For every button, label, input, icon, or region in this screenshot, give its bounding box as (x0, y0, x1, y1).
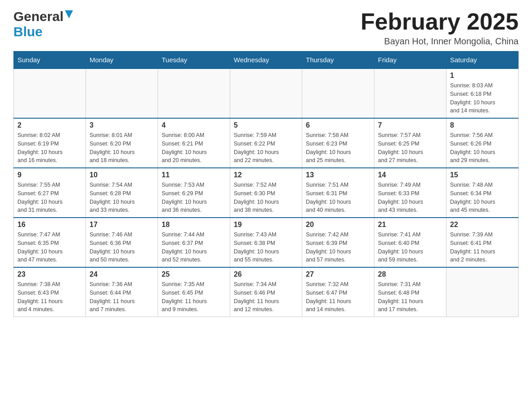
day-number: 24 (90, 270, 154, 278)
col-wednesday: Wednesday (230, 51, 302, 69)
day-number: 9 (17, 171, 82, 179)
day-info: Sunrise: 8:01 AM Sunset: 6:20 PM Dayligh… (90, 131, 154, 165)
day-info: Sunrise: 7:38 AM Sunset: 6:43 PM Dayligh… (17, 280, 82, 314)
calendar-day: 20Sunrise: 7:42 AM Sunset: 6:39 PM Dayli… (302, 218, 374, 267)
day-info: Sunrise: 7:57 AM Sunset: 6:25 PM Dayligh… (378, 131, 442, 165)
day-info: Sunrise: 7:31 AM Sunset: 6:48 PM Dayligh… (378, 280, 442, 314)
day-number: 14 (378, 171, 442, 179)
calendar-day: 3Sunrise: 8:01 AM Sunset: 6:20 PM Daylig… (86, 118, 158, 168)
day-number: 2 (17, 121, 82, 129)
day-number: 28 (378, 270, 442, 278)
col-friday: Friday (374, 51, 446, 69)
calendar-day: 13Sunrise: 7:51 AM Sunset: 6:31 PM Dayli… (302, 168, 374, 218)
day-number: 5 (234, 121, 298, 129)
day-number: 11 (162, 171, 226, 179)
calendar-day (14, 68, 86, 118)
day-number: 21 (378, 221, 442, 229)
day-number: 15 (450, 171, 515, 179)
calendar-table: Sunday Monday Tuesday Wednesday Thursday… (13, 51, 519, 317)
day-info: Sunrise: 7:39 AM Sunset: 6:41 PM Dayligh… (450, 231, 515, 264)
day-info: Sunrise: 7:42 AM Sunset: 6:39 PM Dayligh… (306, 231, 370, 264)
day-info: Sunrise: 7:36 AM Sunset: 6:44 PM Dayligh… (90, 280, 154, 314)
calendar-day: 4Sunrise: 8:00 AM Sunset: 6:21 PM Daylig… (158, 118, 230, 168)
day-number: 22 (450, 221, 515, 229)
calendar-day: 21Sunrise: 7:41 AM Sunset: 6:40 PM Dayli… (374, 218, 446, 267)
day-number: 23 (17, 270, 82, 278)
day-number: 7 (378, 121, 442, 129)
day-info: Sunrise: 7:55 AM Sunset: 6:27 PM Dayligh… (17, 181, 82, 214)
logo-arrow-icon (65, 10, 73, 20)
calendar-week-4: 16Sunrise: 7:47 AM Sunset: 6:35 PM Dayli… (14, 218, 519, 267)
day-number: 10 (90, 171, 154, 179)
day-info: Sunrise: 7:58 AM Sunset: 6:23 PM Dayligh… (306, 131, 370, 165)
calendar-day (374, 68, 446, 118)
logo-blue-text: Blue (13, 24, 43, 39)
calendar-day: 7Sunrise: 7:57 AM Sunset: 6:25 PM Daylig… (374, 118, 446, 168)
calendar-week-5: 23Sunrise: 7:38 AM Sunset: 6:43 PM Dayli… (14, 267, 519, 317)
logo: General Blue (13, 9, 73, 39)
calendar-day: 12Sunrise: 7:52 AM Sunset: 6:30 PM Dayli… (230, 168, 302, 218)
calendar-day: 23Sunrise: 7:38 AM Sunset: 6:43 PM Dayli… (14, 267, 86, 317)
svg-marker-0 (65, 10, 73, 18)
logo-general-text: General (13, 9, 64, 24)
month-title: February 2025 (360, 9, 519, 34)
day-number: 1 (450, 72, 515, 80)
calendar-day: 19Sunrise: 7:43 AM Sunset: 6:38 PM Dayli… (230, 218, 302, 267)
calendar-day (302, 68, 374, 118)
day-number: 20 (306, 221, 370, 229)
calendar-week-1: 1Sunrise: 8:03 AM Sunset: 6:18 PM Daylig… (14, 68, 519, 118)
col-saturday: Saturday (446, 51, 519, 69)
calendar-day: 26Sunrise: 7:34 AM Sunset: 6:46 PM Dayli… (230, 267, 302, 317)
day-info: Sunrise: 8:00 AM Sunset: 6:21 PM Dayligh… (162, 131, 226, 165)
day-info: Sunrise: 8:03 AM Sunset: 6:18 PM Dayligh… (450, 81, 515, 115)
day-number: 27 (306, 270, 370, 278)
day-info: Sunrise: 7:41 AM Sunset: 6:40 PM Dayligh… (378, 231, 442, 264)
day-info: Sunrise: 7:46 AM Sunset: 6:36 PM Dayligh… (90, 231, 154, 264)
col-sunday: Sunday (14, 51, 86, 69)
day-number: 17 (90, 221, 154, 229)
day-info: Sunrise: 7:34 AM Sunset: 6:46 PM Dayligh… (234, 280, 298, 314)
day-number: 19 (234, 221, 298, 229)
calendar-day: 14Sunrise: 7:49 AM Sunset: 6:33 PM Dayli… (374, 168, 446, 218)
day-info: Sunrise: 7:59 AM Sunset: 6:22 PM Dayligh… (234, 131, 298, 165)
calendar-day: 25Sunrise: 7:35 AM Sunset: 6:45 PM Dayli… (158, 267, 230, 317)
day-info: Sunrise: 7:49 AM Sunset: 6:33 PM Dayligh… (378, 181, 442, 214)
day-info: Sunrise: 7:43 AM Sunset: 6:38 PM Dayligh… (234, 231, 298, 264)
day-info: Sunrise: 7:48 AM Sunset: 6:34 PM Dayligh… (450, 181, 515, 214)
col-thursday: Thursday (302, 51, 374, 69)
calendar-day: 1Sunrise: 8:03 AM Sunset: 6:18 PM Daylig… (446, 68, 519, 118)
calendar-day: 24Sunrise: 7:36 AM Sunset: 6:44 PM Dayli… (86, 267, 158, 317)
calendar-day: 16Sunrise: 7:47 AM Sunset: 6:35 PM Dayli… (14, 218, 86, 267)
day-number: 8 (450, 121, 515, 129)
calendar-day: 27Sunrise: 7:32 AM Sunset: 6:47 PM Dayli… (302, 267, 374, 317)
calendar-day: 2Sunrise: 8:02 AM Sunset: 6:19 PM Daylig… (14, 118, 86, 168)
day-info: Sunrise: 7:44 AM Sunset: 6:37 PM Dayligh… (162, 231, 226, 264)
calendar-day: 17Sunrise: 7:46 AM Sunset: 6:36 PM Dayli… (86, 218, 158, 267)
calendar-week-2: 2Sunrise: 8:02 AM Sunset: 6:19 PM Daylig… (14, 118, 519, 168)
calendar-day: 28Sunrise: 7:31 AM Sunset: 6:48 PM Dayli… (374, 267, 446, 317)
calendar-day: 6Sunrise: 7:58 AM Sunset: 6:23 PM Daylig… (302, 118, 374, 168)
calendar-day: 5Sunrise: 7:59 AM Sunset: 6:22 PM Daylig… (230, 118, 302, 168)
day-number: 12 (234, 171, 298, 179)
day-info: Sunrise: 7:32 AM Sunset: 6:47 PM Dayligh… (306, 280, 370, 314)
day-info: Sunrise: 7:51 AM Sunset: 6:31 PM Dayligh… (306, 181, 370, 214)
calendar-day (86, 68, 158, 118)
calendar-week-3: 9Sunrise: 7:55 AM Sunset: 6:27 PM Daylig… (14, 168, 519, 218)
calendar-day: 15Sunrise: 7:48 AM Sunset: 6:34 PM Dayli… (446, 168, 519, 218)
day-info: Sunrise: 7:56 AM Sunset: 6:26 PM Dayligh… (450, 131, 515, 165)
calendar-day: 22Sunrise: 7:39 AM Sunset: 6:41 PM Dayli… (446, 218, 519, 267)
day-info: Sunrise: 7:54 AM Sunset: 6:28 PM Dayligh… (90, 181, 154, 214)
day-number: 26 (234, 270, 298, 278)
calendar-header-row: Sunday Monday Tuesday Wednesday Thursday… (14, 51, 519, 69)
calendar-day: 8Sunrise: 7:56 AM Sunset: 6:26 PM Daylig… (446, 118, 519, 168)
day-number: 16 (17, 221, 82, 229)
page-header: General Blue February 2025 Bayan Hot, In… (13, 9, 519, 47)
day-number: 4 (162, 121, 226, 129)
calendar-day: 18Sunrise: 7:44 AM Sunset: 6:37 PM Dayli… (158, 218, 230, 267)
day-info: Sunrise: 7:35 AM Sunset: 6:45 PM Dayligh… (162, 280, 226, 314)
day-number: 13 (306, 171, 370, 179)
day-number: 6 (306, 121, 370, 129)
day-number: 18 (162, 221, 226, 229)
calendar-day (230, 68, 302, 118)
day-info: Sunrise: 8:02 AM Sunset: 6:19 PM Dayligh… (17, 131, 82, 165)
